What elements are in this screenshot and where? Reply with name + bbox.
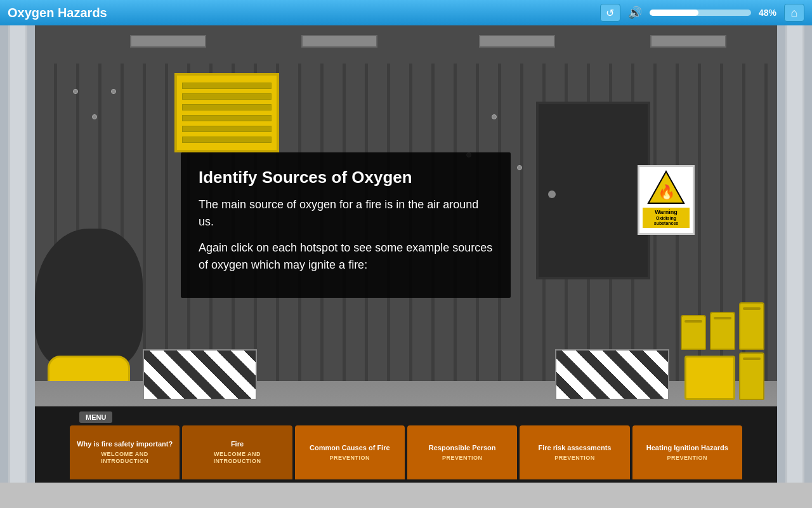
bottom-navigation: MENU Why is fire safety important?WELCOM… xyxy=(35,406,777,483)
vent-slat xyxy=(182,115,272,121)
nav-items-container: Why is fire safety important?WELCOME AND… xyxy=(70,425,742,479)
right-panel xyxy=(777,25,812,483)
drum-3 xyxy=(739,302,764,350)
volume-icon[interactable]: 🔊 xyxy=(628,6,642,20)
equipment-box xyxy=(684,356,735,400)
nav-item-5[interactable]: Heating Ignition HazardsPREVENTION xyxy=(632,425,742,479)
ceiling-light-1 xyxy=(130,35,206,48)
warning-sign-hotspot[interactable]: 🔥 Warning Oxidising substances xyxy=(638,165,695,235)
nav-item-sub-1: WELCOME AND INTRODUCTION xyxy=(213,451,261,465)
drum-2 xyxy=(710,312,735,350)
home-button[interactable]: ⌂ xyxy=(784,4,804,22)
back-door xyxy=(536,102,650,279)
nav-item-sub-0: WELCOME AND INTRODUCTION xyxy=(101,451,148,465)
ceiling-light-2 xyxy=(301,35,377,48)
vent-slat xyxy=(182,137,272,143)
vent-slat xyxy=(182,126,272,132)
wall-dot xyxy=(111,89,116,94)
wall-dot xyxy=(92,114,97,119)
top-bar: Oxygen Hazards ↺ 🔊 48% ⌂ xyxy=(0,0,812,25)
nav-item-title-1: Fire xyxy=(231,440,244,448)
nav-item-sub-4: PREVENTION xyxy=(554,455,595,462)
wall-dot xyxy=(73,89,78,94)
nav-item-title-5: Heating Ignition Hazards xyxy=(646,444,728,452)
refresh-button[interactable]: ↺ xyxy=(600,4,620,22)
progress-bar xyxy=(650,10,751,16)
warning-sign-label: Warning Oxidising substances xyxy=(643,208,690,228)
nav-item-title-3: Responsible Person xyxy=(429,444,496,452)
nav-item-4[interactable]: Fire risk assessmentsPREVENTION xyxy=(520,425,629,479)
nav-item-title-2: Common Causes of Fire xyxy=(310,444,390,452)
vent-grate-hotspot[interactable] xyxy=(174,73,279,152)
nav-item-3[interactable]: Responsible PersonPREVENTION xyxy=(407,425,517,479)
nav-item-sub-2: PREVENTION xyxy=(330,455,370,462)
barrier-right xyxy=(555,349,669,400)
warning-triangle-icon: 🔥 xyxy=(647,170,685,205)
info-heading: Identify Sources of Oxygen xyxy=(199,168,493,187)
scene: 🔥 Warning Oxidising substances xyxy=(35,25,777,483)
drum-4 xyxy=(739,352,764,400)
vent-slat xyxy=(182,83,272,89)
nav-item-title-0: Why is fire safety important? xyxy=(77,440,173,448)
nav-item-sub-5: PREVENTION xyxy=(667,455,708,462)
info-box: Identify Sources of Oxygen The main sour… xyxy=(181,152,511,298)
ceiling-light-4 xyxy=(650,35,726,48)
chemical-containers xyxy=(681,302,764,400)
ceiling-light-3 xyxy=(479,35,555,48)
main-area: 🔥 Warning Oxidising substances xyxy=(0,25,812,483)
container-row-bottom xyxy=(684,352,764,400)
wall-dot xyxy=(517,165,522,170)
info-paragraph-1: The main source of oxygen for a fire is … xyxy=(199,196,493,231)
dark-material xyxy=(35,229,143,368)
progress-bar-fill xyxy=(650,10,698,16)
page-title: Oxygen Hazards xyxy=(8,6,593,20)
progress-percent: 48% xyxy=(759,8,776,18)
nav-item-sub-3: PREVENTION xyxy=(442,455,483,462)
info-paragraph-2: Again click on each hotspot to see some … xyxy=(199,239,493,274)
warning-sublabel-text: Oxidising substances xyxy=(644,216,688,227)
warning-label-text: Warning xyxy=(644,209,688,216)
menu-label: MENU xyxy=(79,411,112,423)
barrier-left xyxy=(143,349,257,400)
nav-item-0[interactable]: Why is fire safety important?WELCOME AND… xyxy=(70,425,180,479)
left-panel xyxy=(0,25,35,483)
nav-item-1[interactable]: FireWELCOME AND INTRODUCTION xyxy=(182,425,292,479)
drum-1 xyxy=(681,315,706,350)
vent-slat xyxy=(182,93,272,100)
nav-item-2[interactable]: Common Causes of FirePREVENTION xyxy=(295,425,405,479)
svg-text:🔥: 🔥 xyxy=(658,184,676,201)
nav-item-title-4: Fire risk assessments xyxy=(538,444,611,452)
container-row-top xyxy=(681,302,764,350)
vent-slat xyxy=(182,104,272,110)
door-handle xyxy=(548,190,556,198)
wall-dot xyxy=(492,114,497,119)
